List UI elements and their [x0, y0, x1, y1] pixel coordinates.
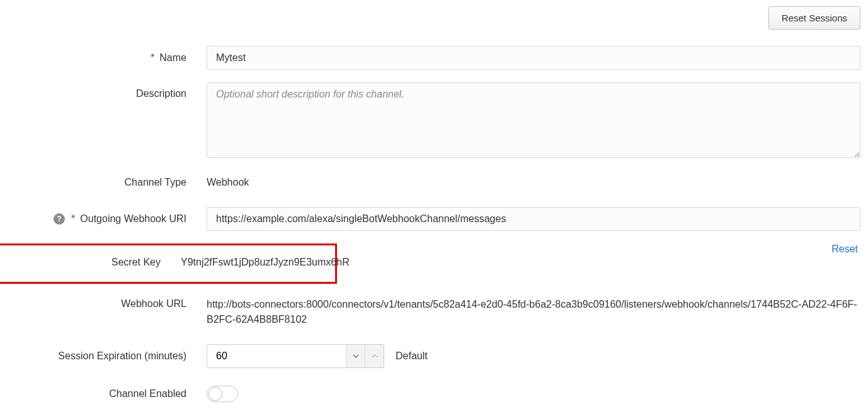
- channel-type-label-cell: Channel Type: [5, 171, 186, 194]
- description-input[interactable]: [207, 82, 860, 158]
- required-asterisk: *: [71, 213, 75, 225]
- channel-type-label: Channel Type: [125, 177, 186, 188]
- webhook-url-label-cell: Webhook URL: [5, 293, 186, 316]
- reset-sessions-button[interactable]: Reset Sessions: [768, 6, 860, 30]
- description-label: Description: [136, 88, 186, 99]
- webhook-url-value: http://bots-connectors:8000/connectors/v…: [207, 293, 860, 332]
- name-label-cell: * Name: [5, 46, 186, 70]
- channel-enabled-toggle[interactable]: [207, 386, 238, 402]
- channel-enabled-label: Channel Enabled: [109, 388, 186, 400]
- help-icon[interactable]: ?: [54, 213, 65, 225]
- session-expiration-label: Session Expiration (minutes): [58, 350, 186, 362]
- channel-type-value: Webhook: [207, 171, 249, 194]
- chevron-up-icon[interactable]: [365, 345, 384, 367]
- session-expiration-input[interactable]: [207, 345, 346, 367]
- description-label-cell: Description: [5, 82, 186, 106]
- channel-enabled-label-cell: Channel Enabled: [5, 382, 186, 406]
- secret-key-highlight: Secret Key Y9tnj2fFswt1jDp8uzfJyzn9E3umx…: [0, 243, 337, 284]
- secret-key-label-cell: Secret Key: [0, 250, 161, 274]
- required-asterisk: *: [151, 52, 154, 64]
- chevron-down-icon[interactable]: [346, 345, 365, 367]
- secret-key-value: Y9tnj2fFswt1jDp8uzfJyzn9E3umx6hR: [181, 250, 350, 274]
- secret-key-label: Secret Key: [111, 257, 161, 268]
- toggle-knob: [208, 387, 222, 401]
- name-label: Name: [159, 52, 186, 64]
- secret-key-reset-link[interactable]: Reset: [831, 243, 863, 255]
- session-expiration-default-label: Default: [396, 350, 428, 362]
- channel-form: * Name Description Channel Type Webhook …: [5, 46, 863, 406]
- outgoing-uri-input[interactable]: [207, 207, 860, 231]
- outgoing-uri-label: Outgoing Webhook URI: [80, 213, 186, 225]
- session-expiration-label-cell: Session Expiration (minutes): [5, 344, 186, 368]
- session-expiration-spinner[interactable]: [207, 344, 384, 368]
- webhook-url-label: Webhook URL: [121, 298, 186, 310]
- outgoing-uri-label-cell: ? * Outgoing Webhook URI: [5, 207, 186, 231]
- name-input[interactable]: [207, 46, 860, 70]
